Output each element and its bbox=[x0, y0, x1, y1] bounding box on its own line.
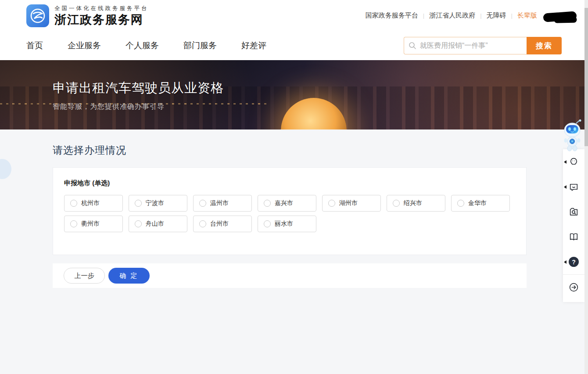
city-option-label: 丽水市 bbox=[275, 220, 293, 228]
link-elder-mode[interactable]: 长辈版 bbox=[517, 11, 537, 20]
help-question-button[interactable]: ? bbox=[563, 249, 584, 274]
radio-button[interactable] bbox=[70, 220, 77, 227]
nav-item-personal[interactable]: 个人服务 bbox=[125, 40, 159, 51]
collapse-arrow-icon bbox=[564, 160, 566, 164]
assistant-face-icon bbox=[568, 156, 579, 167]
radio-button[interactable] bbox=[264, 220, 271, 227]
city-option[interactable]: 宁波市 bbox=[129, 195, 187, 212]
city-option-label: 宁波市 bbox=[146, 199, 164, 207]
assistant-face-button[interactable] bbox=[563, 149, 584, 174]
hero-banner: 申请出租汽车驾驶员从业资格 智能导服，为您提供准确办事引导 bbox=[0, 60, 588, 129]
city-option[interactable]: 衢州市 bbox=[64, 216, 123, 232]
redacted-user-info bbox=[543, 11, 577, 22]
radio-button[interactable] bbox=[199, 220, 206, 227]
link-accessibility[interactable]: 无障碍 bbox=[487, 11, 506, 20]
nav-item-home[interactable]: 首页 bbox=[26, 40, 43, 51]
radio-button[interactable] bbox=[135, 200, 142, 207]
guide-book-button[interactable] bbox=[563, 224, 584, 249]
search-input-wrap bbox=[404, 37, 527, 54]
collapse-arrow-icon bbox=[564, 260, 566, 264]
search-icon bbox=[409, 42, 416, 50]
feedback-chat-button[interactable] bbox=[563, 174, 584, 199]
top-header: 全国一体化在线政务服务平台 浙江政务服务网 国家政务服务平台 | 浙江省人民政府… bbox=[0, 0, 588, 31]
radio-button[interactable] bbox=[199, 200, 206, 207]
city-option[interactable]: 台州市 bbox=[193, 216, 252, 232]
search-box: 搜索 bbox=[404, 37, 562, 54]
city-option[interactable]: 绍兴市 bbox=[387, 195, 445, 212]
assistant-robot-mascot[interactable] bbox=[561, 119, 584, 152]
search-archive-icon bbox=[568, 206, 579, 217]
nav-items: 首页 企业服务 个人服务 部门服务 好差评 bbox=[26, 40, 266, 51]
main-content: 请选择办理情况 申报地市 (单选) 杭州市 宁波市 温州市 嘉兴市 湖州市 绍兴… bbox=[0, 129, 588, 374]
link-provincial-gov[interactable]: 浙江省人民政府 bbox=[429, 11, 475, 20]
page-scrollbar bbox=[584, 0, 588, 374]
city-option-label: 嘉兴市 bbox=[275, 199, 293, 207]
help-question-icon: ? bbox=[569, 257, 579, 267]
platform-name: 全国一体化在线政务服务平台 bbox=[54, 5, 149, 12]
site-logo[interactable] bbox=[26, 4, 49, 27]
city-option-label: 绍兴市 bbox=[404, 199, 422, 207]
guide-book-icon bbox=[568, 231, 579, 242]
collapse-arrow-icon bbox=[564, 185, 566, 189]
city-option-label: 舟山市 bbox=[146, 220, 164, 228]
feedback-chat-icon bbox=[568, 181, 579, 192]
radio-button[interactable] bbox=[70, 200, 77, 207]
link-national-platform[interactable]: 国家政务服务平台 bbox=[366, 11, 418, 20]
nav-item-enterprise[interactable]: 企业服务 bbox=[68, 40, 101, 51]
main-nav: 首页 企业服务 个人服务 部门服务 好差评 搜索 bbox=[0, 31, 588, 60]
city-option-label: 湖州市 bbox=[339, 199, 358, 207]
city-option-label: 台州市 bbox=[210, 220, 229, 228]
link-separator: | bbox=[480, 12, 481, 19]
action-button-bar: 上一步 确 定 bbox=[53, 263, 527, 288]
previous-step-button[interactable]: 上一步 bbox=[64, 268, 105, 284]
site-name: 浙江政务服务网 bbox=[54, 13, 149, 26]
search-input[interactable] bbox=[420, 42, 522, 50]
form-field-label: 申报地市 (单选) bbox=[64, 179, 515, 187]
city-option-label: 杭州市 bbox=[81, 199, 100, 207]
radio-button[interactable] bbox=[457, 200, 464, 207]
city-options-grid: 杭州市 宁波市 温州市 嘉兴市 湖州市 绍兴市 金华市 衢州市 舟山市 台州市 bbox=[64, 195, 515, 232]
header-links: 国家政务服务平台 | 浙江省人民政府 | 无障碍 | 长辈版 bbox=[366, 11, 577, 20]
expand-sidebar-button[interactable] bbox=[563, 274, 584, 299]
city-option[interactable]: 杭州市 bbox=[64, 195, 123, 212]
nav-item-department[interactable]: 部门服务 bbox=[183, 40, 217, 51]
radio-button[interactable] bbox=[135, 220, 142, 227]
link-separator: | bbox=[511, 12, 513, 19]
confirm-button[interactable]: 确 定 bbox=[108, 268, 150, 284]
nav-item-rating[interactable]: 好差评 bbox=[241, 40, 266, 51]
city-option-label: 衢州市 bbox=[81, 220, 100, 228]
robot-icon bbox=[561, 119, 584, 152]
expand-arrow-icon bbox=[568, 282, 579, 293]
city-option[interactable]: 金华市 bbox=[451, 195, 510, 212]
radio-button[interactable] bbox=[328, 200, 335, 207]
search-button[interactable]: 搜索 bbox=[527, 37, 562, 54]
city-option[interactable]: 嘉兴市 bbox=[258, 195, 316, 212]
city-option[interactable]: 湖州市 bbox=[322, 195, 381, 212]
radio-button[interactable] bbox=[393, 200, 400, 207]
link-separator: | bbox=[423, 12, 424, 19]
city-option-label: 金华市 bbox=[468, 199, 487, 207]
page-subtitle: 智能导服，为您提供准确办事引导 bbox=[53, 102, 588, 111]
logo-swirl-icon bbox=[29, 7, 47, 25]
brand-text: 全国一体化在线政务服务平台 浙江政务服务网 bbox=[54, 5, 149, 26]
search-archive-button[interactable] bbox=[563, 199, 584, 224]
radio-button[interactable] bbox=[264, 200, 271, 207]
city-option[interactable]: 舟山市 bbox=[129, 216, 187, 232]
page-title: 申请出租汽车驾驶员从业资格 bbox=[53, 79, 588, 97]
city-option[interactable]: 丽水市 bbox=[258, 216, 316, 232]
form-panel: 申报地市 (单选) 杭州市 宁波市 温州市 嘉兴市 湖州市 绍兴市 金华市 衢州… bbox=[53, 167, 527, 255]
city-option[interactable]: 温州市 bbox=[193, 195, 252, 212]
banner-text: 申请出租汽车驾驶员从业资格 智能导服，为您提供准确办事引导 bbox=[0, 60, 588, 111]
floating-sidebar: ? bbox=[563, 149, 584, 302]
section-title: 请选择办理情况 bbox=[0, 129, 588, 157]
city-option-label: 温州市 bbox=[210, 199, 229, 207]
